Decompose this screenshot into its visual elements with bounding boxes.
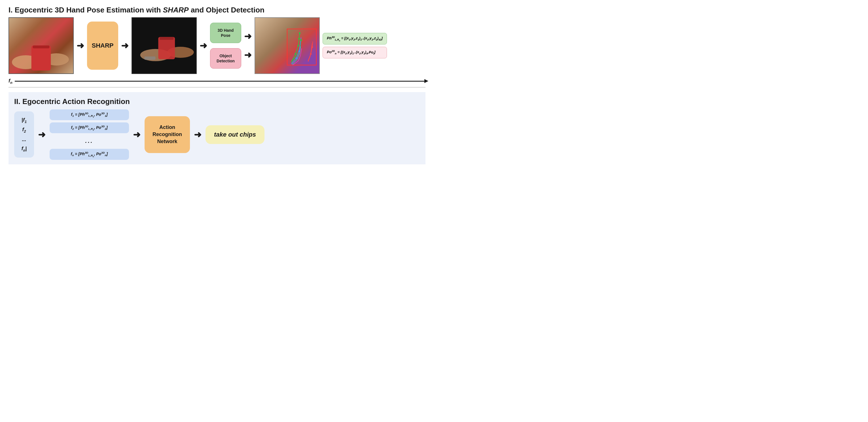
- svg-point-17: [310, 53, 312, 55]
- formula-2d: Po2Dn = [(x1,y2)1..(x1,y2)4,Pol]: [322, 47, 387, 58]
- photo-bg: [9, 18, 73, 73]
- arrow-s2-3: ➜: [194, 129, 202, 140]
- section2-title: II. Egocentric Action Recognition: [14, 97, 420, 106]
- svg-point-18: [311, 46, 313, 48]
- main-container: I. Egocentric 3D Hand Pose Estimation wi…: [8, 6, 426, 164]
- result-label-box: take out chips: [206, 125, 265, 144]
- feature-frame-2: f2 = [Ph3DL,R2, Po3D2]: [50, 123, 129, 133]
- feature-frame-n: fn = [Ph3DL,Rn, Po3Dn]: [50, 149, 129, 160]
- arrow3: ➜: [199, 40, 207, 51]
- arrow-s2-1: ➜: [38, 129, 45, 140]
- fn-label: fn: [8, 78, 12, 85]
- feature-frames: f1 = [Ph3DL,R1, Po3D1] f2 = [Ph3DL,R2, P…: [50, 109, 129, 160]
- svg-point-12: [298, 38, 300, 40]
- result-image: [254, 17, 320, 74]
- 3d-hand-pose-box: 3D Hand Pose: [210, 23, 241, 43]
- arrow4b: ➜: [244, 50, 252, 60]
- formulas-column: Ph3DL,Rn = [(x1,y2,z1)1..(x1,y2,z2)42] P…: [322, 33, 387, 58]
- action-recognition-network-box: Action Recognition Network: [145, 116, 190, 153]
- svg-rect-8: [144, 57, 155, 60]
- section2-content: |f1 f2 ... fn| ➜ f1 = [Ph3DL,R1, Po3D1] …: [14, 109, 420, 160]
- svg-point-13: [299, 32, 301, 34]
- feature-frame-dots: ...: [50, 135, 129, 147]
- frame-list-box: |f1 f2 ... fn|: [14, 111, 34, 158]
- svg-rect-6: [158, 37, 175, 59]
- sharp-box: SHARP: [87, 22, 118, 70]
- processed-image: [131, 17, 197, 74]
- svg-rect-2: [31, 45, 51, 71]
- input-photo: [8, 17, 74, 74]
- arrow2: ➜: [121, 40, 129, 51]
- section1-title: I. Egocentric 3D Hand Pose Estimation wi…: [8, 6, 426, 14]
- section1-content: ➜ SHARP ➜ ➜: [8, 17, 426, 77]
- svg-point-10: [294, 53, 296, 55]
- outputs-column: 3D Hand Pose Object Detection: [210, 23, 241, 69]
- fn-row: fn: [8, 78, 426, 85]
- section1: I. Egocentric 3D Hand Pose Estimation wi…: [8, 6, 426, 85]
- divider: [8, 87, 426, 88]
- arrow1: ➜: [76, 40, 84, 51]
- feature-frame-1: f1 = [Ph3DL,R1, Po3D1]: [50, 109, 129, 120]
- svg-point-15: [296, 57, 297, 59]
- svg-rect-3: [33, 45, 50, 48]
- svg-point-11: [298, 45, 299, 46]
- long-arrow: [15, 81, 426, 82]
- arrow-s2-2: ➜: [133, 129, 141, 140]
- svg-point-16: [298, 51, 300, 52]
- section2: II. Egocentric Action Recognition |f1 f2…: [8, 92, 426, 164]
- formula-3d: Ph3DL,Rn = [(x1,y2,z1)1..(x1,y2,z2)42]: [322, 33, 387, 44]
- arrow4a: ➜: [244, 31, 252, 42]
- svg-point-14: [300, 39, 302, 41]
- svg-rect-7: [160, 37, 174, 40]
- object-detection-box: Object Detection: [210, 48, 241, 69]
